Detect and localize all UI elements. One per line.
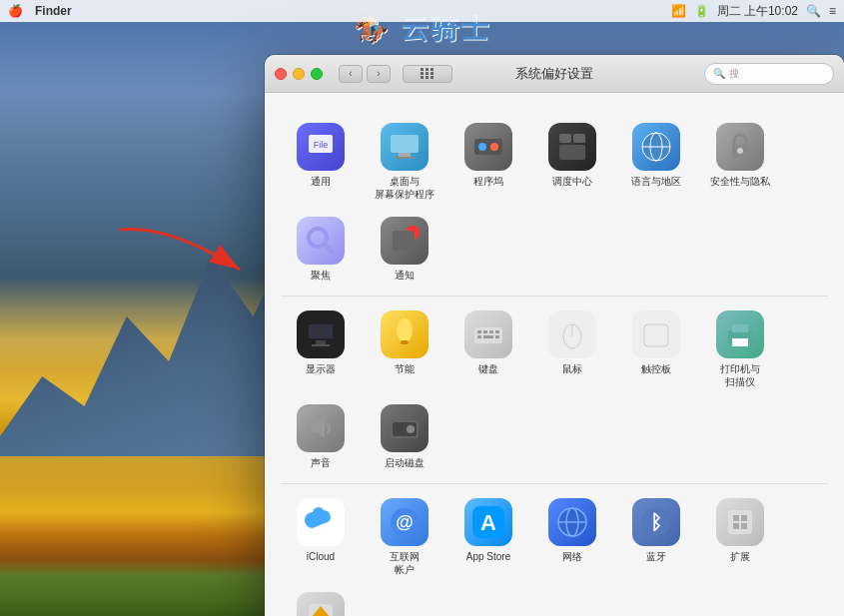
mission-label: 调度中心 (552, 175, 592, 188)
svg-rect-37 (644, 324, 668, 346)
notifications-label: 通知 (395, 269, 415, 282)
svg-point-7 (478, 143, 486, 151)
svg-rect-55 (728, 510, 752, 534)
svg-text:@: @ (396, 512, 414, 532)
bluetooth-label: 蓝牙 (646, 550, 666, 563)
maximize-button[interactable] (311, 68, 323, 80)
clock: 周二 上午10:02 (717, 3, 798, 20)
extensions-label: 扩展 (730, 550, 750, 563)
traffic-lights (275, 68, 323, 80)
pref-item-language[interactable]: 语言与地区 (616, 117, 696, 207)
svg-rect-29 (483, 330, 487, 333)
close-button[interactable] (275, 68, 287, 80)
trackpad-icon (632, 310, 680, 358)
pref-item-keyboard[interactable]: 键盘 (448, 305, 528, 394)
svg-point-25 (397, 318, 413, 342)
security-icon (716, 123, 764, 171)
dock-icon (464, 123, 512, 171)
battery-icon: 🔋 (694, 4, 709, 18)
pref-item-internet[interactable]: @ 互联网帐户 (365, 492, 444, 582)
pref-item-spotlight[interactable]: 聚焦 (281, 211, 361, 288)
menubar: 🍎 Finder 📶 🔋 周二 上午10:02 🔍 ≡ (0, 0, 844, 22)
startup-label: 启动磁盘 (385, 456, 424, 469)
extensions-icon (716, 498, 764, 546)
pref-item-energy[interactable]: 节能 (365, 305, 444, 394)
menubar-left: 🍎 Finder (8, 4, 72, 18)
pref-item-display[interactable]: 显示器 (281, 305, 361, 394)
svg-rect-22 (309, 324, 333, 338)
language-label: 语言与地区 (631, 175, 681, 188)
pref-item-icloud[interactable]: iCloud (281, 492, 361, 582)
pref-item-security[interactable]: 安全性与隐私 (700, 117, 780, 207)
svg-point-16 (737, 148, 743, 154)
svg-rect-3 (391, 135, 419, 153)
forward-button[interactable]: › (367, 65, 391, 83)
pref-item-dock[interactable]: 程序坞 (448, 117, 528, 207)
general-icon: File (297, 123, 345, 171)
section-row-3: iCloud @ 互联网帐户 A App Store 网 (281, 484, 828, 616)
pref-item-mission[interactable]: 调度中心 (532, 117, 612, 207)
spotlight-label: 聚焦 (311, 269, 331, 282)
pref-item-extensions[interactable]: 扩展 (700, 492, 780, 582)
pref-item-printer[interactable]: 打印机与扫描仪 (700, 305, 780, 394)
svg-rect-39 (732, 324, 748, 332)
svg-rect-20 (393, 231, 415, 251)
menubar-right: 📶 🔋 周二 上午10:02 🔍 ≡ (671, 3, 836, 20)
internet-icon: @ (381, 498, 428, 546)
pref-item-startup[interactable]: 启动磁盘 (365, 398, 444, 475)
keyboard-label: 键盘 (478, 362, 498, 375)
svg-rect-33 (483, 335, 493, 338)
pref-item-mouse[interactable]: 鼠标 (532, 305, 612, 394)
svg-text:File: File (314, 140, 329, 150)
pref-item-network[interactable]: 网络 (532, 492, 612, 582)
mission-icon (548, 123, 596, 171)
appstore-label: App Store (466, 550, 510, 563)
pref-item-desktop[interactable]: 桌面与屏幕保护程序 (365, 117, 444, 207)
wifi-icon: 📶 (671, 4, 686, 18)
control-center-icon[interactable]: ≡ (829, 4, 836, 18)
svg-marker-41 (311, 418, 325, 438)
minimize-button[interactable] (293, 68, 305, 80)
apple-menu[interactable]: 🍎 (8, 4, 23, 18)
pref-item-sharing[interactable]: 共享 (281, 586, 361, 616)
svg-rect-9 (559, 134, 571, 143)
language-icon (632, 123, 680, 171)
pref-item-trackpad[interactable]: 触控板 (616, 305, 696, 394)
display-label: 显示器 (306, 362, 336, 375)
grid-icon (421, 68, 434, 79)
energy-label: 节能 (395, 362, 415, 375)
pref-item-notifications[interactable]: 通知 (365, 211, 444, 288)
notifications-icon (381, 217, 428, 265)
search-box[interactable]: 🔍 搜 (704, 63, 834, 85)
svg-rect-34 (495, 335, 499, 338)
general-label: 通用 (311, 175, 331, 188)
svg-rect-4 (399, 153, 411, 157)
energy-icon (381, 310, 428, 358)
pref-item-general[interactable]: File 通用 (281, 117, 361, 207)
printer-label: 打印机与扫描仪 (720, 362, 760, 388)
search-menubar-icon[interactable]: 🔍 (806, 4, 821, 18)
svg-text:A: A (480, 510, 496, 535)
display-icon (297, 310, 345, 358)
back-button[interactable]: ‹ (339, 65, 363, 83)
startup-icon (381, 404, 428, 452)
search-icon: 🔍 (713, 68, 725, 79)
svg-point-44 (407, 425, 415, 433)
trackpad-label: 触控板 (641, 362, 671, 375)
mouse-icon (548, 310, 596, 358)
finder-menu[interactable]: Finder (35, 4, 72, 18)
security-label: 安全性与隐私 (710, 175, 770, 188)
icloud-icon (297, 498, 345, 546)
system-preferences-window: ‹ › 系统偏好设置 🔍 搜 File 通用 (265, 55, 844, 616)
pref-item-bluetooth[interactable]: ᛒ 蓝牙 (616, 492, 696, 582)
svg-text:ᛒ: ᛒ (650, 511, 662, 533)
show-all-button[interactable] (403, 65, 452, 83)
appstore-icon: A (464, 498, 512, 546)
bluetooth-icon: ᛒ (632, 498, 680, 546)
svg-rect-11 (559, 145, 585, 160)
svg-rect-57 (741, 515, 747, 521)
pref-item-sound[interactable]: 声音 (281, 398, 361, 475)
network-label: 网络 (562, 550, 582, 563)
pref-item-appstore[interactable]: A App Store (448, 492, 528, 582)
titlebar: ‹ › 系统偏好设置 🔍 搜 (265, 55, 844, 93)
